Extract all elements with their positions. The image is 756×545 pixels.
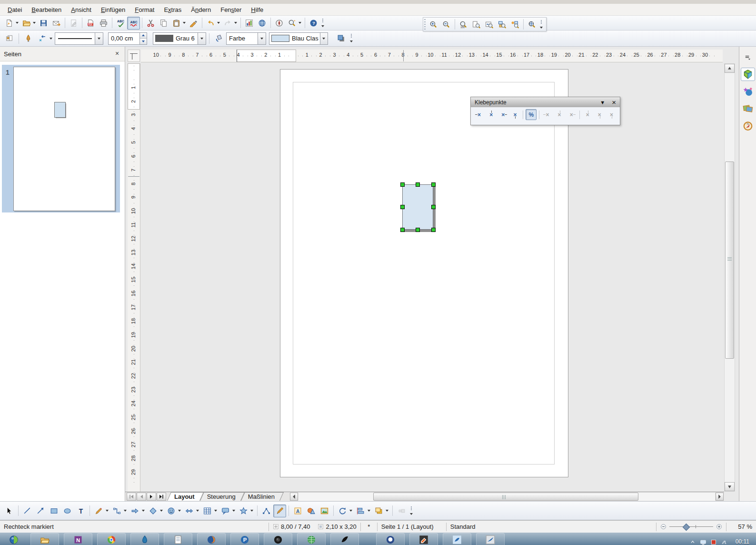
toolbar-drag-handle[interactable] xyxy=(424,19,426,30)
zoom-out-icon[interactable] xyxy=(660,524,666,530)
sidebar-tab-sidebar-menu[interactable] xyxy=(741,50,755,64)
taskbar-explorer-button[interactable] xyxy=(30,533,59,545)
menu-ansicht[interactable]: Ansicht xyxy=(66,5,96,15)
flowchart-button[interactable] xyxy=(201,505,214,517)
cut-button[interactable] xyxy=(144,17,157,30)
menu-hilfe[interactable]: Hilfe xyxy=(246,5,268,15)
line-width-spinner[interactable]: 0,00 cm xyxy=(108,32,147,45)
edit-points-button[interactable] xyxy=(260,505,273,517)
toolbar-overflow-button[interactable] xyxy=(538,19,545,30)
select-cursor-button[interactable] xyxy=(3,505,16,517)
selection-handle-bottom-center[interactable] xyxy=(416,228,420,232)
taskbar-notepad-button[interactable] xyxy=(164,533,192,545)
line-style-combo[interactable] xyxy=(55,32,103,45)
sidebar-tab-gallery[interactable] xyxy=(741,102,755,115)
gluepoints-toolbar-menu-icon[interactable]: ▼ xyxy=(600,100,605,105)
open-document-dropdown[interactable] xyxy=(31,17,37,29)
taskbar-paint-button[interactable] xyxy=(443,533,471,545)
arrange-button[interactable] xyxy=(372,505,385,517)
symbol-shapes-dropdown[interactable] xyxy=(177,505,182,517)
zoom-magnifier-button[interactable] xyxy=(286,17,298,30)
taskbar-presentation-button[interactable]: P xyxy=(230,533,259,545)
chart-button[interactable] xyxy=(243,17,256,30)
undo-button[interactable] xyxy=(204,17,217,30)
spellcheck-button[interactable]: ABC xyxy=(114,17,127,30)
callouts-dropdown[interactable] xyxy=(231,505,237,517)
new-document-dropdown[interactable] xyxy=(14,17,20,29)
symbol-shapes-button[interactable] xyxy=(165,505,178,517)
hyperlink-globe-button[interactable] xyxy=(256,17,269,30)
scroll-left-button[interactable] xyxy=(290,493,298,501)
tray-hidden-icons-icon[interactable] xyxy=(690,539,696,545)
paste-dropdown[interactable] xyxy=(181,17,187,29)
taskbar-clock[interactable]: 00:11 xyxy=(727,536,756,545)
basic-shapes-dropdown[interactable] xyxy=(159,505,164,517)
next-page-button[interactable] xyxy=(147,493,156,501)
new-document-button[interactable] xyxy=(3,17,16,30)
help-button[interactable]: ? xyxy=(307,17,320,30)
paste-button[interactable] xyxy=(170,17,183,30)
selection-handle-bottom-left[interactable] xyxy=(400,228,405,232)
vertical-scrollbar-thumb[interactable] xyxy=(725,161,734,359)
zoom-out-button[interactable] xyxy=(440,18,453,31)
menu-ndern[interactable]: Ändern xyxy=(186,5,216,15)
taskbar-firefox-button[interactable] xyxy=(197,533,226,545)
alignment-button[interactable] xyxy=(354,505,367,517)
connector-dropdown[interactable] xyxy=(122,505,128,517)
previous-page-button[interactable] xyxy=(137,493,146,501)
send-email-button[interactable] xyxy=(50,17,63,30)
taskbar-camera-button[interactable] xyxy=(264,533,292,545)
fill-type-combo[interactable]: Farbe xyxy=(226,32,266,45)
area-dialog-button[interactable] xyxy=(212,32,225,45)
undo-dropdown[interactable] xyxy=(216,17,221,29)
horizontal-scrollbar[interactable] xyxy=(298,493,715,501)
menu-datei[interactable]: Datei xyxy=(3,5,27,15)
print-button[interactable] xyxy=(97,17,110,30)
zoom-page-width-button[interactable] xyxy=(483,18,496,31)
zoom-page-button[interactable] xyxy=(470,18,483,31)
arrow-style-dropdown[interactable] xyxy=(48,32,54,44)
arrange-dropdown[interactable] xyxy=(384,505,390,517)
scroll-up-button[interactable] xyxy=(725,64,735,73)
tab-malinien[interactable]: Maßlinien xyxy=(243,492,282,501)
menu-extras[interactable]: Extras xyxy=(159,5,186,15)
rotate-dropdown[interactable] xyxy=(348,505,354,517)
arrow-shapes-button[interactable] xyxy=(183,505,196,517)
connector-button[interactable] xyxy=(110,505,123,517)
horizontal-scrollbar-thumb[interactable] xyxy=(373,493,638,501)
toolbar-overflow-button[interactable] xyxy=(408,505,415,517)
basic-shapes-button[interactable] xyxy=(147,505,159,517)
navigator-compass-button[interactable] xyxy=(273,17,286,30)
line-style-dropdown[interactable] xyxy=(95,33,103,44)
extrusion-shapes-button[interactable] xyxy=(305,505,318,517)
page-thumbnail[interactable] xyxy=(13,67,115,211)
menu-fenster[interactable]: Fenster xyxy=(216,5,246,15)
scroll-down-button[interactable] xyxy=(725,482,735,491)
auto-spellcheck-button[interactable]: ABC xyxy=(127,17,140,30)
arrow-button[interactable] xyxy=(34,505,47,517)
shadow-toggle-button[interactable] xyxy=(335,32,348,45)
zoom-magnifier-dropdown[interactable] xyxy=(297,17,303,29)
taskbar-writer-button[interactable] xyxy=(476,533,505,545)
scroll-right-button[interactable] xyxy=(716,493,724,501)
rectangle-button[interactable] xyxy=(48,505,60,517)
menu-einfgen[interactable]: Einfügen xyxy=(96,5,130,15)
curve-dropdown[interactable] xyxy=(104,505,110,517)
menu-format[interactable]: Format xyxy=(130,5,159,15)
copy-button[interactable] xyxy=(157,17,170,30)
menu-bearbeiten[interactable]: Bearbeiten xyxy=(27,5,66,15)
taskbar-onenote-button[interactable]: N xyxy=(64,533,92,545)
gluepoints-toolbar-close-icon[interactable]: × xyxy=(612,100,616,105)
save-button[interactable] xyxy=(37,17,50,30)
toolbar-overflow-button[interactable] xyxy=(320,17,327,29)
zoom-slider-thumb[interactable] xyxy=(683,524,690,531)
fill-color-combo[interactable]: Blau Clas xyxy=(269,32,328,45)
pages-panel-close-icon[interactable]: × xyxy=(113,50,121,58)
sidebar-tab-navigator[interactable]: N xyxy=(741,119,755,132)
page-pin-button[interactable] xyxy=(3,32,16,45)
line-dialog-button[interactable] xyxy=(22,32,35,45)
flowchart-dropdown[interactable] xyxy=(213,505,219,517)
taskbar-photo-editor-button[interactable] xyxy=(409,533,438,545)
zoom-100-button[interactable]: 100 xyxy=(457,18,470,31)
glue-point-relative-button[interactable]: % xyxy=(526,109,537,120)
